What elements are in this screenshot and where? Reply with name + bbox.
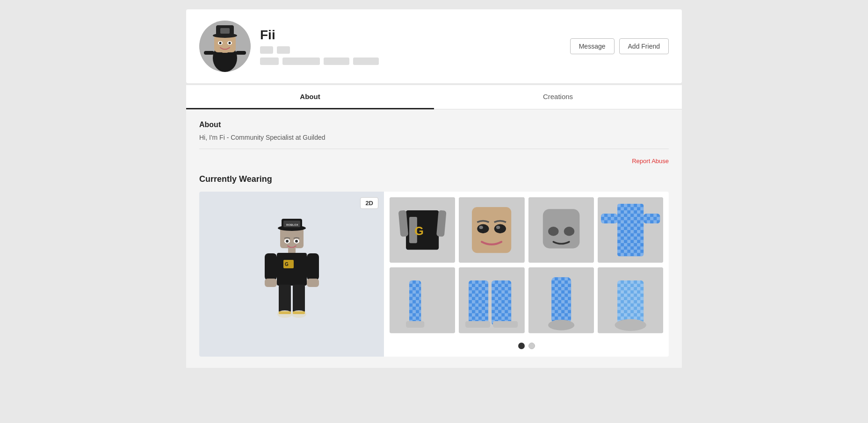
svg-point-45 xyxy=(494,224,506,234)
report-abuse-row: Report Abuse xyxy=(199,157,669,165)
svg-rect-66 xyxy=(406,321,424,328)
skeleton-block xyxy=(260,46,273,54)
svg-rect-59 xyxy=(601,214,617,223)
profile-actions: Message Add Friend xyxy=(570,38,669,54)
svg-rect-29 xyxy=(307,279,319,287)
skeleton-block xyxy=(260,57,279,65)
divider xyxy=(199,149,669,149)
svg-point-87 xyxy=(615,319,646,331)
svg-rect-12 xyxy=(236,51,246,55)
about-section: About Hi, I'm Fi - Community Specialist … xyxy=(199,121,669,141)
svg-rect-73 xyxy=(492,280,511,325)
svg-point-50 xyxy=(548,227,558,236)
skeleton-block xyxy=(277,46,290,54)
svg-point-46 xyxy=(479,226,483,229)
wearing-title: Currently Wearing xyxy=(199,174,669,184)
svg-rect-31 xyxy=(293,285,305,313)
item-thumb-6[interactable] xyxy=(459,267,524,333)
svg-rect-86 xyxy=(617,280,644,323)
svg-rect-75 xyxy=(493,321,518,328)
svg-point-20 xyxy=(286,240,289,243)
add-friend-button[interactable]: Add Friend xyxy=(619,38,669,54)
item-thumb-3[interactable] xyxy=(528,197,594,263)
svg-point-47 xyxy=(496,226,500,229)
items-grid-bottom xyxy=(390,267,663,333)
svg-rect-71 xyxy=(469,280,488,325)
profile-card: Fii Message Add Friend xyxy=(186,9,682,83)
svg-point-10 xyxy=(229,42,231,44)
character-preview: ROBLOX G xyxy=(250,218,334,330)
svg-rect-26 xyxy=(265,253,277,280)
pagination-dot-2[interactable] xyxy=(528,343,535,349)
wearing-main-view: 2D ROBLOX xyxy=(199,192,384,357)
svg-rect-65 xyxy=(409,280,421,326)
report-abuse-link[interactable]: Report Abuse xyxy=(632,158,669,165)
svg-rect-11 xyxy=(204,51,214,55)
svg-point-51 xyxy=(564,227,574,236)
item-thumb-8[interactable] xyxy=(598,267,663,333)
tab-about[interactable]: About xyxy=(186,85,434,109)
avatar xyxy=(199,21,251,72)
svg-rect-30 xyxy=(279,285,291,313)
svg-rect-22 xyxy=(288,248,296,253)
2d-button[interactable]: 2D xyxy=(360,197,378,209)
svg-point-21 xyxy=(295,240,298,243)
skeleton-block xyxy=(353,57,379,65)
svg-rect-27 xyxy=(265,279,277,287)
svg-point-81 xyxy=(548,320,574,330)
svg-rect-80 xyxy=(551,277,571,323)
about-title: About xyxy=(199,121,669,129)
svg-rect-6 xyxy=(220,28,230,34)
wearing-grid: 2D ROBLOX xyxy=(199,192,669,357)
svg-rect-60 xyxy=(644,214,660,223)
svg-rect-49 xyxy=(542,209,579,248)
svg-text:ROBLOX: ROBLOX xyxy=(286,223,298,226)
item-thumb-2[interactable] xyxy=(459,197,524,263)
svg-rect-28 xyxy=(307,253,319,280)
profile-skeleton-row-2 xyxy=(260,57,669,65)
pagination-dots xyxy=(390,338,663,351)
wearing-items: G xyxy=(384,192,669,357)
item-thumb-4[interactable] xyxy=(598,197,663,263)
content-area: About Hi, I'm Fi - Community Specialist … xyxy=(186,109,682,368)
svg-rect-74 xyxy=(465,321,490,328)
tab-creations[interactable]: Creations xyxy=(434,85,682,109)
svg-rect-56 xyxy=(617,204,644,256)
svg-text:G: G xyxy=(285,262,289,267)
pagination-dot-1[interactable] xyxy=(518,343,525,349)
page-container: Fii Message Add Friend About Creations xyxy=(186,9,682,414)
svg-point-44 xyxy=(477,224,489,234)
item-thumb-7[interactable] xyxy=(528,267,594,333)
skeleton-block xyxy=(324,57,349,65)
svg-rect-35 xyxy=(293,311,305,314)
skeleton-block xyxy=(282,57,320,65)
item-thumb-5[interactable] xyxy=(390,267,455,333)
svg-rect-23 xyxy=(277,253,307,286)
items-grid-top: G xyxy=(390,197,663,263)
svg-rect-34 xyxy=(279,311,291,314)
svg-text:G: G xyxy=(414,224,424,237)
tabs-bar: About Creations xyxy=(186,85,682,109)
about-bio: Hi, I'm Fi - Community Specialist at Gui… xyxy=(199,134,669,141)
item-thumb-1[interactable]: G xyxy=(390,197,455,263)
message-button[interactable]: Message xyxy=(570,38,615,54)
svg-point-9 xyxy=(219,42,222,44)
